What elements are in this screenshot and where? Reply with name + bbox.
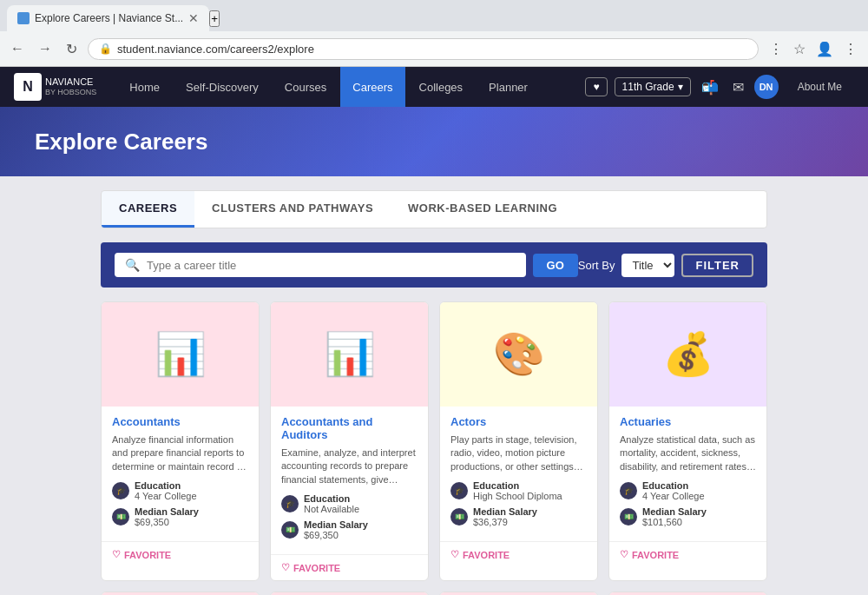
bookmark-button[interactable]: ☆ [790,37,809,61]
profile-button[interactable]: 👤 [812,37,837,61]
heart-icon-1: ♡ [281,562,290,573]
card-education-1: 🎓 Education Not Available [281,493,418,514]
heart-icon-3: ♡ [620,549,628,560]
salary-item-0: 💵 Median Salary $69,350 [112,506,248,527]
education-icon-2: 🎓 [450,482,468,499]
url-text: student.naviance.com/careers2/explore [117,43,314,56]
url-bar[interactable]: 🔒 student.naviance.com/careers2/explore [88,38,759,60]
avatar[interactable]: DN [754,75,779,99]
nav-colleges[interactable]: Colleges [407,67,476,107]
education-value-2: High School Diploma [473,491,562,501]
tab-clusters[interactable]: CLUSTERS AND PATHWAYS [194,191,391,228]
card-salary-2: 💵 Median Salary $36,379 [450,506,587,527]
nav-planner[interactable]: Planner [477,67,540,107]
card-title-0[interactable]: Accountants [112,415,248,428]
education-icon-1: 🎓 [281,495,299,512]
careers-grid: 📊 Accountants Analyze financial informat… [101,301,767,581]
search-bar-container: 🔍 GO Sort By Title FILTER [101,242,767,288]
education-icon-0: 🎓 [112,482,129,499]
card-favorite-1[interactable]: ♡ FAVORITE [271,554,428,580]
card-emoji-1: 📊 [324,330,376,379]
tab-work-based[interactable]: WORK-BASED LEARNING [391,191,575,228]
nav-about-me[interactable]: About Me [786,67,854,107]
card-salary-0: 💵 Median Salary $69,350 [112,506,248,527]
favorite-label-1: FAVORITE [293,563,340,573]
career-card-actuaries[interactable]: 💰 Actuaries Analyze statistical data, su… [608,301,767,581]
education-value-1: Not Available [304,504,359,514]
education-item-3: 🎓 Education 4 Year College [620,480,756,501]
sort-label: Sort By [578,259,615,272]
favorites-button[interactable]: ♥ [585,77,607,96]
search-icon: 🔍 [125,258,140,272]
naviance-logo[interactable]: N NAVIANCE BY HOBSONS [14,73,96,101]
card-image-3: 💰 [609,302,766,407]
salary-value-1: $69,350 [304,530,368,540]
logo-name: NAVIANCE [45,76,96,88]
search-input[interactable] [147,259,516,272]
avatar-initials: DN [760,82,773,92]
career-card-accountants-auditors[interactable]: 📊 Accountants and Auditors Examine, anal… [270,301,429,581]
close-tab-button[interactable]: ✕ [188,11,199,25]
career-card-adapted-pe[interactable]: 💼 Adapted Physical Education Speci... Pr… [439,592,598,595]
hero-title: Explore Careers [35,129,207,155]
careers-grid-row2: 💼 Acupuncturists Provide treatment of sy… [101,592,767,595]
card-education-0: 🎓 Education 4 Year College [112,480,248,501]
main-content: Explore Careers CAREERS CLUSTERS AND PAT… [0,107,868,595]
card-title-1[interactable]: Accountants and Auditors [281,415,418,441]
salary-label-0: Median Salary [135,506,199,517]
card-body-1: Accountants and Auditors Examine, analyz… [271,407,428,554]
forward-button[interactable]: → [35,37,56,60]
settings-button[interactable]: ⋮ [840,37,861,61]
address-bar: ← → ↻ 🔒 student.naviance.com/careers2/ex… [0,31,868,66]
career-card-accountants[interactable]: 📊 Accountants Analyze financial informat… [101,301,260,581]
notifications-button[interactable]: 📬 [698,76,722,99]
refresh-button[interactable]: ↻ [62,37,81,61]
card-favorite-2[interactable]: ♡ FAVORITE [440,541,597,567]
extensions-button[interactable]: ⋮ [766,37,786,61]
tab-favicon [17,12,30,24]
hero-banner: Explore Careers [0,107,868,176]
go-button[interactable]: GO [533,254,578,277]
education-label-1: Education [304,493,359,504]
career-card-acute-care-nurses[interactable]: 💼 Acute Care Nurses Provide advanced nur… [270,592,429,595]
education-label-3: Education [642,480,705,491]
tab-careers[interactable]: CAREERS [102,191,194,228]
filter-button[interactable]: FILTER [681,254,753,277]
content-area: CAREERS CLUSTERS AND PATHWAYS WORK-BASED… [87,176,781,595]
heart-icon-0: ♡ [112,549,121,560]
card-favorite-0[interactable]: ♡ FAVORITE [102,541,259,567]
education-value-0: 4 Year College [135,491,197,501]
back-button[interactable]: ← [7,37,28,60]
salary-item-3: 💵 Median Salary $101,560 [620,506,756,527]
card-title-2[interactable]: Actors [450,415,587,428]
grade-selector[interactable]: 11th Grade ▾ [615,77,691,96]
card-emoji-0: 📊 [155,330,207,379]
messages-button[interactable]: ✉ [729,76,747,99]
education-item-0: 🎓 Education 4 Year College [112,480,248,501]
career-card-actors[interactable]: 🎨 Actors Play parts in stage, television… [439,301,598,581]
favorite-label-0: FAVORITE [124,550,171,560]
card-desc-0: Analyze financial information and prepar… [112,433,248,473]
search-field: 🔍 [115,253,526,277]
nav-home[interactable]: Home [117,67,172,107]
education-icon-3: 🎓 [620,482,637,499]
card-body-2: Actors Play parts in stage, television, … [440,407,597,541]
nav-courses[interactable]: Courses [273,67,339,107]
active-tab[interactable]: Explore Careers | Naviance St... ✕ [7,5,209,31]
tab-bar: Explore Careers | Naviance St... ✕ + [0,0,868,31]
tab-title: Explore Careers | Naviance St... [35,12,183,24]
education-value-3: 4 Year College [642,491,705,501]
nav-careers[interactable]: Careers [340,67,404,107]
tabs-container: CAREERS CLUSTERS AND PATHWAYS WORK-BASED… [101,190,767,228]
career-card-acupuncturists[interactable]: 💼 Acupuncturists Provide treatment of sy… [101,592,260,595]
education-item-2: 🎓 Education High School Diploma [450,480,587,501]
card-desc-2: Play parts in stage, television, radio, … [450,433,587,473]
new-tab-button[interactable]: + [209,10,220,27]
sort-select[interactable]: Title [621,254,674,277]
nav-self-discovery[interactable]: Self-Discovery [174,67,271,107]
career-card-adhesive-bonding[interactable]: 💼 Adhesive Bonding Machine Operat... Ope… [608,592,767,595]
card-body-3: Actuaries Analyze statistical data, such… [609,407,766,541]
card-favorite-3[interactable]: ♡ FAVORITE [609,541,766,567]
card-education-3: 🎓 Education 4 Year College [620,480,756,501]
card-title-3[interactable]: Actuaries [620,415,756,428]
